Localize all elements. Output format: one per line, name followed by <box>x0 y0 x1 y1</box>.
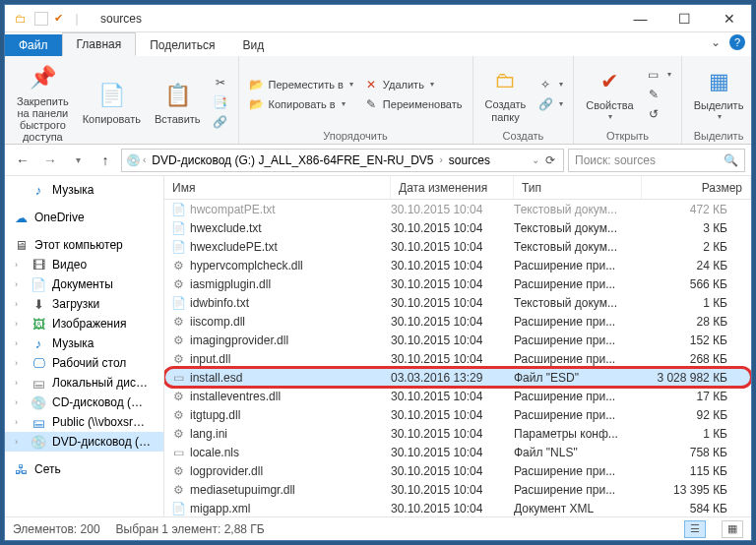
chevron-icon: ‹ <box>143 154 146 165</box>
view-details-button[interactable]: ☰ <box>684 520 706 538</box>
nav-documents[interactable]: ›📄Документы <box>5 274 163 294</box>
nav-downloads[interactable]: ›⬇Загрузки <box>5 294 163 314</box>
nav-pictures[interactable]: ›🖼Изображения <box>5 314 163 333</box>
file-icon: 📄 <box>170 295 186 311</box>
breadcrumb-folder[interactable]: sources <box>445 153 494 167</box>
nav-network[interactable]: ›🖧Сеть <box>5 459 163 479</box>
copyto-icon: 📂 <box>249 96 265 112</box>
file-row[interactable]: 📄hwcompatPE.txt30.10.2015 10:04Текстовый… <box>164 200 751 218</box>
file-row[interactable]: ⚙mediasetupuimgr.dll30.10.2015 10:04Расш… <box>164 480 751 499</box>
dvd-icon: 💿 <box>31 434 46 450</box>
moveto-button[interactable]: 📂Переместить в▾ <box>247 76 355 93</box>
open-group-label: Открыть <box>582 128 672 142</box>
delete-button[interactable]: ✕Удалить▾ <box>361 76 465 93</box>
nav-public[interactable]: ›🖴Public (\\vboxsr… <box>5 412 163 432</box>
view-icons-button[interactable]: ▦ <box>722 520 743 538</box>
chevron-right-icon[interactable]: › <box>440 154 443 165</box>
file-row[interactable]: ⚙lang.ini30.10.2015 10:04Параметры конф.… <box>164 424 751 443</box>
nav-video[interactable]: ›🎞Видео <box>5 255 163 274</box>
qat-check-icon[interactable]: ✔ <box>54 12 63 25</box>
cloud-icon: ☁ <box>13 210 29 225</box>
open-icon: ▭ <box>646 67 662 83</box>
desktop-icon: 🖵 <box>31 355 46 371</box>
file-date: 30.10.2015 10:04 <box>391 408 514 422</box>
up-button[interactable]: ↑ <box>94 149 117 172</box>
nav-onedrive[interactable]: ›☁OneDrive <box>5 208 163 227</box>
file-icon: 📄 <box>170 239 186 255</box>
file-row[interactable]: ⚙hypervcomplcheck.dll30.10.2015 10:04Рас… <box>164 256 751 274</box>
nav-music[interactable]: ♪Музыка <box>5 180 163 200</box>
history-button[interactable]: ↺ <box>644 105 673 123</box>
file-row[interactable]: ⚙imagingprovider.dll30.10.2015 10:04Расш… <box>164 331 751 349</box>
select-group-label: Выделить <box>690 128 748 142</box>
file-row[interactable]: 📄idwbinfo.txt30.10.2015 10:04Текстовый д… <box>164 293 751 312</box>
tab-view[interactable]: Вид <box>228 34 278 56</box>
file-row[interactable]: 📄hwexcludePE.txt30.10.2015 10:04Текстовы… <box>164 237 751 256</box>
file-date: 30.10.2015 10:04 <box>391 502 514 515</box>
address-bar[interactable]: 💿 ‹ DVD-дисковод (G:) J_ALL_X86-64FRE_EN… <box>121 149 564 172</box>
breadcrumb-drive[interactable]: DVD-дисковод (G:) J_ALL_X86-64FRE_EN-RU_… <box>148 153 437 167</box>
header-type[interactable]: Тип <box>514 176 642 199</box>
nav-dvddrive[interactable]: ›💿DVD-дисковод (… <box>5 432 163 452</box>
file-name: hwexcludePE.txt <box>190 240 391 254</box>
organize-group-label: Упорядочить <box>247 128 465 142</box>
newfolder-button[interactable]: 🗀 Создать папку <box>481 63 531 124</box>
header-date[interactable]: Дата изменения <box>391 176 514 199</box>
selectall-button[interactable]: ▦ Выделить ▾ <box>690 64 748 124</box>
pin-button[interactable]: 📌 Закрепить на панели быстрого доступа <box>13 60 73 145</box>
file-row[interactable]: ▭install.esd03.03.2016 13:29Файл "ESD"3 … <box>164 368 751 387</box>
nav-desktop[interactable]: ›🖵Рабочий стол <box>5 353 163 373</box>
file-date: 03.03.2016 13:29 <box>391 371 514 385</box>
close-button[interactable]: ✕ <box>707 5 751 32</box>
file-date: 30.10.2015 10:04 <box>391 296 514 310</box>
file-type: Параметры конф... <box>514 427 642 441</box>
copyto-button[interactable]: 📂Копировать в▾ <box>247 95 355 113</box>
help-icon[interactable]: ? <box>729 34 745 50</box>
copypath-button[interactable]: 📑 <box>211 93 230 111</box>
nav-thispc[interactable]: ⌄🖥Этот компьютер <box>5 235 163 255</box>
file-row[interactable]: ⚙installeventres.dll30.10.2015 10:04Расш… <box>164 387 751 405</box>
cut-button[interactable]: ✂ <box>211 74 230 91</box>
file-row[interactable]: ⚙iiscomp.dll30.10.2015 10:04Расширение п… <box>164 312 751 331</box>
recent-button[interactable]: ▾ <box>66 149 90 172</box>
file-row[interactable]: ⚙iasmigplugin.dll30.10.2015 10:04Расшире… <box>164 274 751 293</box>
back-button[interactable]: ← <box>11 149 34 172</box>
pasteshortcut-button[interactable]: 🔗 <box>211 113 230 131</box>
paste-label: Вставить <box>155 113 201 125</box>
file-row[interactable]: ▭locale.nls30.10.2015 10:04Файл "NLS"758… <box>164 443 751 461</box>
rename-button[interactable]: ✎Переименовать <box>361 95 465 113</box>
file-row[interactable]: 📄hwexclude.txt30.10.2015 10:04Текстовый … <box>164 218 751 237</box>
copy-button[interactable]: 📄 Копировать <box>79 78 145 127</box>
paste-button[interactable]: 📋 Вставить <box>151 78 205 127</box>
easyaccess-button[interactable]: 🔗▾ <box>536 95 565 113</box>
moveto-icon: 📂 <box>249 77 265 92</box>
collapse-ribbon-icon[interactable]: ⌄ <box>708 34 724 50</box>
maximize-button[interactable]: ☐ <box>662 5 707 32</box>
minimize-button[interactable]: — <box>618 5 662 32</box>
edit-button[interactable]: ✎ <box>644 86 673 103</box>
header-name[interactable]: Имя <box>164 176 391 199</box>
open-button[interactable]: ▭▾ <box>644 66 673 84</box>
file-row[interactable]: 📄migapp.xml30.10.2015 10:04Документ XML5… <box>164 499 751 516</box>
nav-localdisk[interactable]: ›🖴Локальный дис… <box>5 373 163 393</box>
nav-cddrive[interactable]: ›💿CD-дисковод (… <box>5 393 163 412</box>
file-type: Расширение при... <box>514 315 642 329</box>
qat-checkbox-icon[interactable] <box>34 12 48 26</box>
file-row[interactable]: ⚙itgtupg.dll30.10.2015 10:04Расширение п… <box>164 405 751 424</box>
properties-button[interactable]: ✔ Свойства ▾ <box>582 64 637 124</box>
file-icon: ⚙ <box>170 351 186 367</box>
header-size[interactable]: Размер <box>642 176 751 199</box>
newitem-button[interactable]: ✧▾ <box>536 76 565 93</box>
dropdown-icon[interactable]: ⌄ <box>532 154 539 165</box>
forward-button[interactable]: → <box>38 149 62 172</box>
copypath-icon: 📑 <box>213 94 228 110</box>
tab-home[interactable]: Главная <box>62 32 137 56</box>
file-row[interactable]: ⚙input.dll30.10.2015 10:04Расширение при… <box>164 349 751 368</box>
tab-file[interactable]: Файл <box>5 34 62 56</box>
tab-share[interactable]: Поделиться <box>136 34 228 56</box>
search-input[interactable]: Поиск: sources 🔍 <box>568 149 745 172</box>
refresh-button[interactable]: ⟳ <box>541 153 559 167</box>
file-row[interactable]: ⚙logprovider.dll30.10.2015 10:04Расширен… <box>164 461 751 480</box>
nav-music2[interactable]: ›♪Музыка <box>5 333 163 353</box>
file-name: lang.ini <box>190 427 391 441</box>
